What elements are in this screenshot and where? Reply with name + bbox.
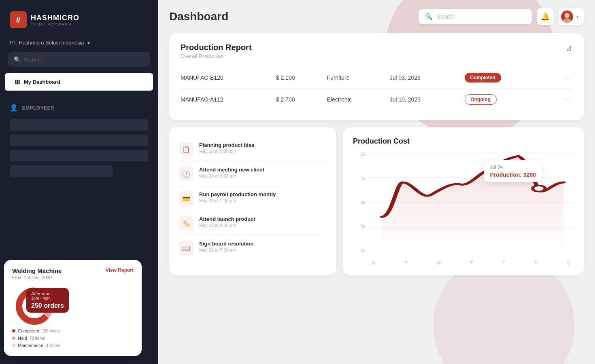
activity-text: Planning product idea May 18 at 5:00 pm — [199, 142, 255, 154]
activity-icon: 🏷️ — [179, 216, 193, 231]
legend-item-hold: Hold 70 Items — [12, 336, 134, 341]
activity-date: May 20 at 1:00 pm — [199, 198, 276, 203]
tooltip-time: Afternoon — [31, 291, 64, 296]
x-axis-label: W — [437, 260, 441, 265]
chart-tooltip: Jul 04 Production: 3200 — [484, 160, 542, 182]
chart-y-axis: 5k4k3k2k1k — [353, 152, 365, 253]
filter-button[interactable]: ⊿ — [565, 43, 572, 53]
tooltip-orders: 250 orders — [31, 302, 64, 309]
chart-svg-wrapper — [368, 152, 574, 253]
legend-value-hold: 70 Items — [30, 336, 45, 341]
activity-item: 💳 Run payroll production montly May 20 a… — [179, 186, 326, 211]
activity-date: May 18 at 6:00 pm — [199, 174, 264, 178]
employees-section-label: 👤 EMPLOYEES — [0, 100, 158, 116]
chart-area: 5k4k3k2k1k — [353, 152, 574, 265]
activity-title: Run payroll production montly — [199, 191, 276, 197]
company-selector[interactable]: PT. Hashmicro Solusi Indonesia ▾ — [0, 36, 158, 52]
y-axis-label: 2k — [360, 224, 365, 229]
row-menu-button-1[interactable]: ··· — [563, 74, 572, 82]
user-avatar — [561, 11, 573, 23]
activity-icon: 🕐 — [179, 167, 193, 181]
activity-item: 📋 Planning product idea May 18 at 5:00 p… — [179, 137, 326, 162]
activity-item: 🏷️ Attend launch product May 22 at 2:00 … — [179, 211, 326, 236]
legend-label-maintenance: Maintenance — [18, 343, 43, 348]
logo-text: HASHMICRO THINK FORWARD — [31, 14, 79, 26]
legend-dot-completed — [12, 329, 15, 332]
y-axis-label: 1k — [360, 249, 365, 253]
activity-icon: 💳 — [179, 191, 193, 206]
employees-label: EMPLOYEES — [22, 105, 54, 111]
production-cost-card: Production Cost 5k4k3k2k1k — [343, 127, 584, 275]
svg-point-4 — [565, 13, 570, 18]
production-report-card: Production Report Overall Production ⊿ M… — [169, 33, 584, 120]
row-status-1: Completed — [461, 67, 547, 89]
legend-value-maintenance: 3 Times — [46, 343, 60, 348]
y-axis-label: 5k — [360, 152, 365, 157]
donut-chart: Afternoon 1pm - 4pm 250 orders — [12, 284, 57, 328]
activity-list: 📋 Planning product idea May 18 at 5:00 p… — [179, 137, 326, 260]
x-axis-label: T — [470, 260, 473, 265]
table-row: MANUFAC-B120 $ 2.100 Furniture Jul 03, 2… — [181, 67, 572, 89]
report-subtitle: Overall Production — [181, 53, 252, 59]
employees-icon: 👤 — [10, 104, 18, 112]
activity-text: Run payroll production montly May 20 at … — [199, 191, 276, 203]
nav-skeleton-2 — [10, 135, 148, 146]
sidebar: # HASHMICRO THINK FORWARD PT. Hashmicro … — [0, 0, 158, 364]
row-status-2: Ongoing — [461, 89, 547, 111]
sidebar-logo: # HASHMICRO THINK FORWARD — [0, 0, 158, 36]
legend-dot-maintenance — [12, 344, 15, 347]
row-actions-2: ··· — [547, 89, 572, 111]
row-id-1: MANUFAC-B120 — [181, 67, 273, 89]
tooltip-label: Production: — [490, 171, 523, 178]
activity-title: Planning product idea — [199, 142, 255, 148]
row-amount-2: $ 2.700 — [273, 89, 324, 111]
row-date-2: Jul 10, 2023 — [387, 89, 461, 111]
top-bar: Dashboard 🔍 🔔 ▾ — [169, 8, 584, 25]
main-search-input[interactable] — [437, 13, 525, 20]
user-menu-button[interactable]: ▾ — [559, 8, 584, 25]
page-title: Dashboard — [169, 10, 228, 23]
activity-card: 📋 Planning product idea May 18 at 5:00 p… — [169, 127, 336, 275]
search-bar-icon: 🔍 — [425, 13, 433, 20]
x-axis-label: F — [502, 260, 505, 265]
notifications-button[interactable]: 🔔 — [537, 8, 554, 25]
y-axis-label: 3k — [360, 201, 365, 205]
legend-value-completed: 180 Items — [42, 329, 60, 333]
logo-name: HASHMICRO — [31, 14, 79, 22]
logo-tagline: THINK FORWARD — [31, 22, 79, 26]
report-title: Production Report — [181, 43, 252, 52]
x-axis-label: S — [535, 260, 538, 265]
tooltip-date: Jul 04 — [490, 164, 536, 170]
y-axis-label: 4k — [360, 176, 365, 181]
view-report-button[interactable]: View Report — [106, 267, 134, 273]
welding-content: Afternoon 1pm - 4pm 250 orders — [12, 284, 134, 328]
x-axis-label: S — [567, 260, 570, 265]
activity-icon: 📖 — [179, 241, 193, 255]
sidebar-search-input[interactable] — [24, 57, 144, 63]
main-search-bar[interactable]: 🔍 — [419, 9, 532, 24]
row-menu-button-2[interactable]: ··· — [563, 95, 572, 104]
status-badge-completed: Completed — [465, 73, 501, 83]
legend-item-completed: Completed 180 Items — [12, 328, 134, 333]
welding-title: Welding Machine — [12, 267, 62, 274]
legend-dot-hold — [12, 336, 15, 340]
production-table: MANUFAC-B120 $ 2.100 Furniture Jul 03, 2… — [181, 67, 572, 110]
welding-card: Welding Machine From 1-6 Dec, 2020 View … — [4, 260, 142, 356]
search-icon: 🔍 — [14, 56, 21, 63]
chart-title: Production Cost — [353, 137, 574, 146]
chart-x-axis: MTWTFSS — [368, 260, 574, 265]
welding-subtitle: From 1-6 Dec, 2020 — [12, 275, 62, 280]
activity-text: Attend meeting new client May 18 at 6:00… — [199, 167, 264, 178]
activity-date: May 18 at 5:00 pm — [199, 149, 255, 154]
row-actions-1: ··· — [547, 67, 572, 89]
company-name: PT. Hashmicro Solusi Indonesia — [10, 40, 84, 46]
table-row: MANUFAC-A112 $ 2.700 Electronic Jul 10, … — [181, 89, 572, 111]
tooltip-production: Production: 3200 — [490, 171, 536, 178]
activity-item: 🕐 Attend meeting new client May 18 at 6:… — [179, 162, 326, 186]
sidebar-search-bar[interactable]: 🔍 — [8, 52, 150, 67]
activity-date: May 22 at 2:00 pm — [199, 223, 255, 228]
sidebar-item-dashboard[interactable]: ⊞ My Dashboard — [5, 73, 153, 91]
activity-text: Sign board resolution May 22 at 7:00 pm — [199, 241, 253, 252]
row-category-1: Furniture — [324, 67, 387, 89]
row-category-2: Electronic — [324, 89, 387, 111]
